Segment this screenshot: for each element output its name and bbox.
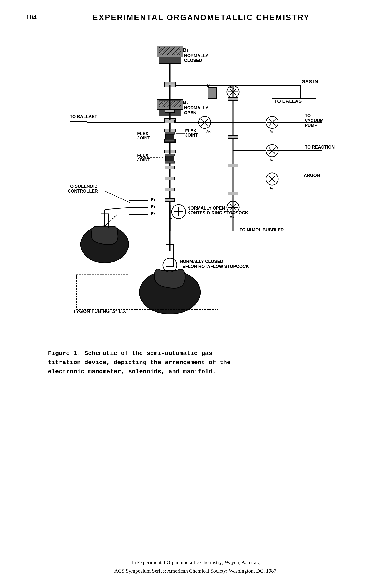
- svg-rect-133: [228, 97, 238, 100]
- svg-rect-136: [228, 192, 238, 195]
- svg-text:FLEX: FLEX: [185, 128, 196, 133]
- svg-text:FLEX: FLEX: [137, 153, 148, 158]
- svg-text:PUMP: PUMP: [305, 123, 318, 128]
- svg-rect-35: [165, 132, 175, 134]
- svg-text:A₃: A₃: [206, 129, 210, 134]
- svg-text:NORMALLY: NORMALLY: [184, 53, 208, 58]
- svg-rect-36: [165, 139, 175, 142]
- svg-text:NORMALLY OPEN: NORMALLY OPEN: [187, 206, 225, 210]
- svg-rect-129: [165, 166, 175, 169]
- svg-text:KONTES O-RING STOPCOCK: KONTES O-RING STOPCOCK: [187, 210, 248, 215]
- page: 104 EXPERIMENTAL ORGANOMETALLIC CHEMISTR…: [0, 0, 392, 588]
- svg-rect-134: [228, 135, 238, 139]
- caption-line1: Figure 1. Schematic of the semi-automati…: [48, 349, 344, 358]
- svg-rect-128: [165, 109, 175, 112]
- svg-text:VACUUM: VACUUM: [305, 118, 324, 123]
- svg-rect-131: [165, 188, 175, 191]
- caption-line2: titration device, depicting the arrangem…: [48, 358, 344, 367]
- svg-text:GAS IN: GAS IN: [302, 79, 318, 84]
- page-number: 104: [26, 13, 36, 21]
- svg-text:TO SOLENOID: TO SOLENOID: [68, 184, 98, 189]
- svg-line-103: [105, 191, 131, 203]
- svg-line-124: [105, 214, 118, 226]
- figure-caption: Figure 1. Schematic of the semi-automati…: [48, 349, 344, 376]
- svg-text:B₁: B₁: [183, 47, 188, 53]
- svg-text:A₅: A₅: [270, 186, 274, 190]
- svg-text:TO NUJOL BUBBLER: TO NUJOL BUBBLER: [240, 227, 284, 232]
- svg-text:FLEX: FLEX: [137, 131, 148, 136]
- svg-text:OPEN: OPEN: [184, 110, 196, 115]
- svg-text:CLOSED: CLOSED: [184, 58, 202, 63]
- svg-text:TO BALLAST: TO BALLAST: [274, 98, 304, 104]
- svg-rect-135: [228, 164, 238, 167]
- svg-text:JOINT: JOINT: [137, 135, 150, 140]
- svg-text:TO BALLAST: TO BALLAST: [70, 114, 97, 119]
- svg-rect-26: [208, 88, 217, 98]
- svg-text:NORMALLY: NORMALLY: [184, 105, 208, 110]
- svg-text:TO REACTION: TO REACTION: [305, 145, 334, 149]
- svg-text:JOINT: JOINT: [137, 157, 150, 162]
- svg-text:NORMALLY CLOSED: NORMALLY CLOSED: [180, 259, 223, 264]
- svg-text:CONTROLLER: CONTROLLER: [68, 189, 98, 193]
- figure-container: GAS IN A₁ TO BALLAST B₁ NORMALLY CL: [26, 35, 366, 340]
- caption-line3: electronic manometer, solenoids, and man…: [48, 367, 344, 376]
- svg-text:A₄: A₄: [270, 158, 274, 162]
- svg-text:JOINT: JOINT: [185, 133, 198, 137]
- svg-rect-132: [165, 199, 175, 202]
- svg-rect-130: [165, 177, 175, 180]
- svg-text:E₂: E₂: [151, 204, 155, 209]
- svg-text:TO: TO: [305, 113, 311, 118]
- svg-text:A₂: A₂: [270, 129, 274, 134]
- svg-rect-42: [165, 161, 175, 163]
- svg-text:B₂: B₂: [183, 100, 188, 105]
- svg-rect-14: [159, 47, 181, 55]
- figure-diagram: GAS IN A₁ TO BALLAST B₁ NORMALLY CL: [44, 35, 348, 340]
- svg-rect-59: [165, 120, 175, 123]
- svg-text:E₁: E₁: [151, 197, 155, 202]
- footer: In Experimental Organometallic Chemistry…: [0, 558, 392, 575]
- page-title: EXPERIMENTAL ORGANOMETALLIC CHEMISTRY: [36, 13, 366, 22]
- svg-text:TEFLON ROTAFLOW STOPCOCK: TEFLON ROTAFLOW STOPCOCK: [180, 264, 249, 269]
- footer-line1: In Experimental Organometallic Chemistry…: [0, 558, 392, 566]
- svg-line-117: [105, 207, 131, 209]
- footer-line2: ACS Symposium Series; American Chemical …: [0, 567, 392, 575]
- svg-text:ARGON: ARGON: [304, 173, 320, 178]
- page-header: 104 EXPERIMENTAL ORGANOMETALLIC CHEMISTR…: [26, 13, 366, 22]
- svg-rect-41: [165, 154, 175, 156]
- svg-text:E₃: E₃: [151, 211, 155, 216]
- svg-text:C: C: [206, 83, 210, 88]
